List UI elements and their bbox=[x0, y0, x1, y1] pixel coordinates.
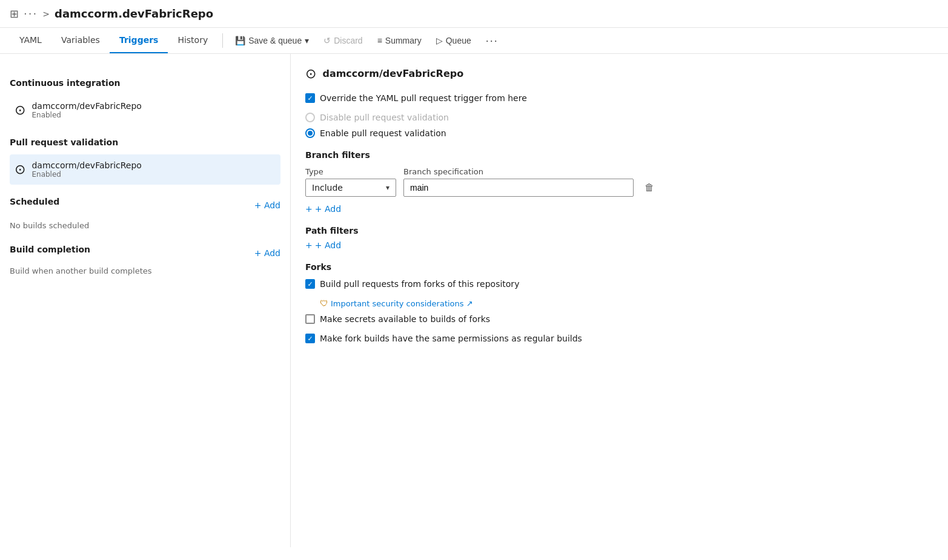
spec-label: Branch specification bbox=[403, 167, 634, 176]
type-select-value: Include bbox=[312, 183, 343, 193]
ci-repo-item[interactable]: ⊙ damccorm/devFabricRepo Enabled bbox=[10, 95, 280, 125]
forks-title: Forks bbox=[305, 262, 933, 272]
main-content: Continuous integration ⊙ damccorm/devFab… bbox=[0, 54, 948, 547]
branch-filter-headers: Type Include ▾ Branch specification 🗑 bbox=[305, 167, 933, 197]
override-yaml-label: Override the YAML pull request trigger f… bbox=[320, 93, 527, 103]
discard-icon: ↺ bbox=[323, 36, 331, 45]
page-title: damccorm.devFabricRepo bbox=[55, 7, 213, 20]
disable-pr-label: Disable pull request validation bbox=[320, 113, 449, 122]
tab-history[interactable]: History bbox=[168, 28, 217, 53]
tab-yaml[interactable]: YAML bbox=[10, 28, 51, 53]
plus-icon: + bbox=[305, 204, 313, 214]
checkmark-icon: ✓ bbox=[307, 95, 313, 102]
more-button[interactable]: ··· bbox=[479, 30, 506, 52]
github-icon-pr: ⊙ bbox=[15, 162, 25, 177]
breadcrumb-more[interactable]: ··· bbox=[24, 7, 38, 20]
more-icon: ··· bbox=[486, 35, 499, 47]
discard-label: Discard bbox=[334, 36, 362, 45]
disable-pr-radio[interactable] bbox=[305, 113, 315, 122]
ci-repo-info: damccorm/devFabricRepo Enabled bbox=[31, 101, 141, 119]
path-plus-icon: + bbox=[305, 240, 313, 250]
build-forks-label: Build pull requests from forks of this r… bbox=[320, 279, 519, 289]
pr-repo-status: Enabled bbox=[31, 170, 141, 179]
pr-section-title: Pull request validation bbox=[10, 137, 280, 147]
same-permissions-label: Make fork builds have the same permissio… bbox=[320, 334, 582, 343]
tab-triggers[interactable]: Triggers bbox=[110, 28, 168, 53]
queue-button[interactable]: ▷ Queue bbox=[429, 31, 479, 50]
path-add-label: + Add bbox=[315, 240, 341, 250]
build-forks-checkbox[interactable]: ✓ bbox=[305, 279, 315, 289]
build-completion-subtitle: Build when another build completes bbox=[10, 266, 280, 275]
app-icon: ⊞ bbox=[10, 7, 19, 20]
ci-repo-status: Enabled bbox=[31, 111, 141, 119]
same-permissions-checkbox[interactable]: ✓ bbox=[305, 334, 315, 343]
tab-variables[interactable]: Variables bbox=[51, 28, 110, 53]
github-icon-right: ⊙ bbox=[305, 66, 316, 81]
summary-label: Summary bbox=[385, 36, 422, 45]
queue-icon: ▷ bbox=[436, 36, 443, 45]
type-dropdown-chevron: ▾ bbox=[386, 183, 389, 192]
delete-branch-filter-button[interactable]: 🗑 bbox=[641, 179, 658, 197]
override-yaml-row: ✓ Override the YAML pull request trigger… bbox=[305, 93, 933, 103]
shield-icon: 🛡 bbox=[320, 298, 328, 308]
path-filters-section: Path filters + + Add bbox=[305, 226, 933, 250]
branch-spec-input[interactable] bbox=[403, 179, 634, 197]
breadcrumb-chevron: > bbox=[42, 9, 50, 19]
build-completion-section: Build completion + Add Build when anothe… bbox=[10, 245, 280, 275]
summary-button[interactable]: ≡ Summary bbox=[370, 31, 429, 50]
radio-inner-dot bbox=[308, 131, 313, 136]
left-panel: Continuous integration ⊙ damccorm/devFab… bbox=[0, 54, 291, 547]
top-bar: ⊞ ··· > damccorm.devFabricRepo bbox=[0, 0, 948, 28]
ci-section-title: Continuous integration bbox=[10, 78, 280, 88]
type-label: Type bbox=[305, 167, 396, 176]
pr-repo-item[interactable]: ⊙ damccorm/devFabricRepo Enabled bbox=[10, 154, 280, 185]
forks-section: Forks ✓ Build pull requests from forks o… bbox=[305, 262, 933, 343]
rp-repo-header: ⊙ damccorm/devFabricRepo bbox=[305, 66, 933, 81]
make-secrets-label: Make secrets available to builds of fork… bbox=[320, 314, 490, 324]
save-icon: 💾 bbox=[235, 36, 245, 45]
type-select[interactable]: Include ▾ bbox=[305, 179, 396, 197]
right-panel: ⊙ damccorm/devFabricRepo ✓ Override the … bbox=[291, 54, 948, 547]
trash-icon: 🗑 bbox=[645, 182, 654, 193]
summary-icon: ≡ bbox=[377, 36, 382, 45]
add-path-filter-link[interactable]: + + Add bbox=[305, 240, 933, 250]
rp-repo-name: damccorm/devFabricRepo bbox=[322, 68, 463, 79]
build-completion-header: Build completion + Add bbox=[10, 245, 280, 262]
make-secrets-checkbox[interactable] bbox=[305, 314, 315, 324]
scheduled-add-link[interactable]: + Add bbox=[254, 200, 280, 210]
security-considerations-link[interactable]: 🛡 Important security considerations ↗ bbox=[320, 298, 933, 308]
build-forks-row: ✓ Build pull requests from forks of this… bbox=[305, 279, 933, 289]
type-filter-group: Type Include ▾ bbox=[305, 167, 396, 197]
override-yaml-checkbox[interactable]: ✓ bbox=[305, 93, 315, 103]
pr-repo-name: damccorm/devFabricRepo bbox=[31, 160, 141, 170]
branch-filters-title: Branch filters bbox=[305, 150, 933, 160]
queue-label: Queue bbox=[446, 36, 471, 45]
enable-pr-radio[interactable] bbox=[305, 128, 315, 138]
make-secrets-row: Make secrets available to builds of fork… bbox=[305, 314, 933, 324]
save-queue-button[interactable]: 💾 Save & queue ▾ bbox=[228, 31, 316, 50]
enable-pr-radio-row: Enable pull request validation bbox=[305, 128, 933, 138]
no-builds-label: No builds scheduled bbox=[10, 219, 280, 232]
same-permissions-checkmark: ✓ bbox=[307, 335, 313, 342]
discard-button[interactable]: ↺ Discard bbox=[316, 31, 370, 50]
add-branch-filter-link[interactable]: + + Add bbox=[305, 204, 933, 214]
build-completion-title: Build completion bbox=[10, 245, 90, 254]
branch-filters-section: Branch filters Type Include ▾ Branch spe… bbox=[305, 150, 933, 214]
spec-filter-group: Branch specification bbox=[403, 167, 634, 197]
dropdown-chevron-icon: ▾ bbox=[305, 36, 309, 45]
ci-repo-name: damccorm/devFabricRepo bbox=[31, 101, 141, 111]
build-completion-add-link[interactable]: + Add bbox=[254, 248, 280, 258]
pr-repo-info: damccorm/devFabricRepo Enabled bbox=[31, 160, 141, 179]
github-icon: ⊙ bbox=[15, 102, 25, 117]
nav-bar: YAML Variables Triggers History 💾 Save &… bbox=[0, 28, 948, 54]
pull-request-section: Pull request validation ⊙ damccorm/devFa… bbox=[10, 137, 280, 185]
security-link-label: Important security considerations ↗ bbox=[331, 299, 473, 308]
continuous-integration-section: Continuous integration ⊙ damccorm/devFab… bbox=[10, 78, 280, 125]
scheduled-header: Scheduled + Add bbox=[10, 197, 280, 214]
save-queue-label: Save & queue bbox=[248, 36, 302, 45]
nav-divider bbox=[222, 33, 223, 48]
disable-pr-radio-row: Disable pull request validation bbox=[305, 113, 933, 122]
add-filter-label: + Add bbox=[315, 204, 341, 214]
scheduled-title: Scheduled bbox=[10, 197, 59, 206]
build-forks-checkmark: ✓ bbox=[307, 281, 313, 288]
